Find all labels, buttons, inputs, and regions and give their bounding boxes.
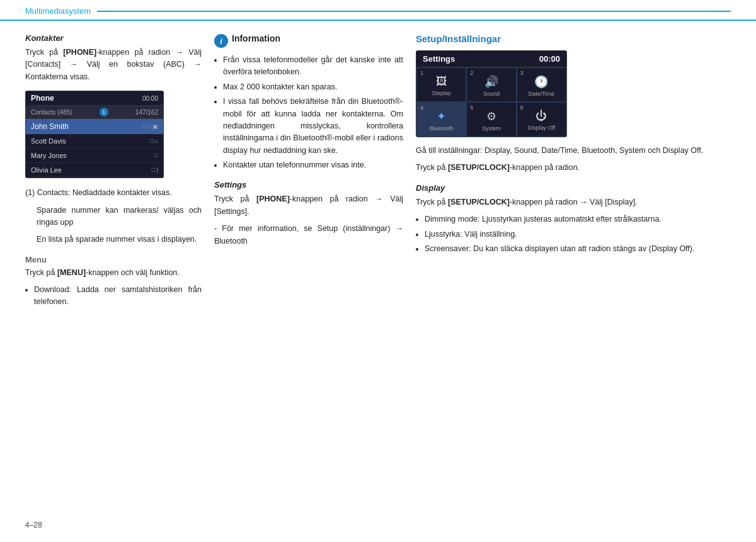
cell-label-4: Bluetooth xyxy=(430,125,454,132)
menu-heading: Menu xyxy=(25,255,202,264)
cell-label-1: Display xyxy=(432,90,451,96)
settings-header: Settings 00:00 xyxy=(416,51,566,67)
note1: (1) Contacts: Nedladdade kontakter visas… xyxy=(25,187,202,199)
cell-label-6: Display Off xyxy=(527,125,555,131)
settings-cell-display: 1 🖼 Display xyxy=(416,67,466,102)
displayoff-icon: ⏻ xyxy=(536,110,547,123)
contacts-count: 147/162 xyxy=(135,109,158,116)
note1-sub1: Sparade nummer kan markeras/ väljas och … xyxy=(25,205,202,229)
left-column: Kontakter Tryck på [PHONE]-knappen på ra… xyxy=(25,33,202,313)
kontakter-heading: Kontakter xyxy=(25,33,202,43)
settings-screen-mockup: Settings 00:00 1 🖼 Display 2 🔊 Sound 3 🕐 xyxy=(416,50,567,137)
settings-paragraph: Tryck på [PHONE]-knappen på radion → Väl… xyxy=(214,193,403,218)
page-footer: 4–28 xyxy=(25,521,42,529)
cell-label-3: Date/Time xyxy=(529,91,554,97)
kontakter-paragraph: Tryck på [PHONE]-knappen på radion → Väl… xyxy=(25,47,202,83)
menu-bullets: Download: Ladda ner samtalshistoriken fr… xyxy=(25,284,202,308)
contacts-label: Contacts (485) xyxy=(31,109,72,116)
settings-cell-bluetooth: 4 ✦ Bluetooth xyxy=(416,102,466,137)
middle-column: i Information Från vissa telefonmodeller… xyxy=(214,33,403,313)
phone-screen-mockup: Phone 00:00 Contacts (485) 1 147/162 Joh… xyxy=(25,91,164,178)
header-divider xyxy=(97,11,731,12)
display-bullet-2: Ljusstyrka: Välj inställning. xyxy=(425,229,731,240)
settings-grid: 1 🖼 Display 2 🔊 Sound 3 🕐 Date/Time 4 xyxy=(416,67,566,137)
settings-cell-sound: 2 🔊 Sound xyxy=(466,67,516,102)
right-column: Setup/Inställningar Settings 00:00 1 🖼 D… xyxy=(416,33,731,313)
contact-icons-1: □ ⌂ ▣ xyxy=(142,123,158,130)
settings-cell-displayoff: 6 ⏻ Display Off xyxy=(517,102,566,137)
system-icon: ⚙ xyxy=(486,110,496,123)
display-heading: Display xyxy=(416,183,731,193)
display-icon: 🖼 xyxy=(436,75,447,88)
datetime-icon: 🕐 xyxy=(534,75,548,89)
contact-icons-2: □ ⌂ xyxy=(150,138,158,144)
phone-contacts-bar: Contacts (485) 1 147/162 xyxy=(26,106,163,119)
settings-note: - För mer information, se Setup (inställ… xyxy=(214,223,403,247)
cell-number-4: 4 xyxy=(420,104,423,111)
info-bullet-4: Kontakter utan telefonnummer visas inte. xyxy=(223,159,403,171)
cell-number-5: 5 xyxy=(470,104,473,111)
info-bullet-3: I vissa fall behövs bekräftelse från din… xyxy=(223,96,403,157)
contact-icons-4: □ | xyxy=(152,167,158,173)
note1-sub2: En lista på sparade nummer visas i displ… xyxy=(25,234,202,246)
settings-heading: Settings xyxy=(214,180,403,189)
page-number: 4–28 xyxy=(25,521,42,529)
display-bullet-1: Dimming mode: Ljusstyrkan justeras autom… xyxy=(425,213,731,225)
info-bullet-2: Max 2 000 kontakter kan sparas. xyxy=(223,81,403,93)
contact-name-4: Olivia Lee xyxy=(31,166,62,174)
cell-number-6: 6 xyxy=(520,104,524,111)
note1-number: (1) xyxy=(25,188,35,197)
bluetooth-icon: ✦ xyxy=(437,110,446,123)
menu-bullet-1: Download: Ladda ner samtalshistoriken fr… xyxy=(34,284,202,308)
menu-paragraph: Tryck på [MENU]-knappen och välj funktio… xyxy=(25,267,202,279)
contact-row-3: Mary Jones □ xyxy=(26,149,163,163)
info-icon: i xyxy=(214,34,228,48)
info-heading: Information xyxy=(232,33,280,43)
settings-cell-datetime: 3 🕐 Date/Time xyxy=(517,67,566,102)
phone-header: Phone 00:00 xyxy=(26,91,163,106)
cell-number-1: 1 xyxy=(420,70,423,76)
page-header: Multimediasystem xyxy=(0,0,756,21)
settings-cell-system: 5 ⚙ System xyxy=(466,102,516,137)
setup-desc2: Tryck på [SETUP/CLOCK]-knappen på radion… xyxy=(416,162,731,174)
settings-time: 00:00 xyxy=(539,54,560,64)
cell-number-3: 3 xyxy=(520,70,524,76)
contact-name-3: Mary Jones xyxy=(31,152,67,159)
settings-title: Settings xyxy=(423,54,455,64)
cell-number-2: 2 xyxy=(470,70,473,76)
info-bullets: Från vissa telefonmodeller går det kansk… xyxy=(214,54,403,171)
main-content: Kontakter Tryck på [PHONE]-knappen på ra… xyxy=(0,33,756,313)
contact-row-4: Olivia Lee □ | xyxy=(26,163,163,178)
sound-icon: 🔊 xyxy=(484,75,498,89)
contact-row-2: Scott Davis □ ⌂ xyxy=(26,134,163,149)
contacts-badge: 1 xyxy=(100,108,108,116)
header-title: Multimediasystem xyxy=(25,6,91,16)
contact-row-selected: John Smith □ ⌂ ▣ xyxy=(26,119,163,134)
phone-time: 00:00 xyxy=(142,95,158,102)
setup-desc1: Gå till inställningar: Display, Sound, D… xyxy=(416,145,731,157)
phone-title: Phone xyxy=(31,94,54,103)
setup-heading: Setup/Inställningar xyxy=(416,33,731,44)
info-bullet-1: Från vissa telefonmodeller går det kansk… xyxy=(223,54,403,79)
contact-name-1: John Smith xyxy=(31,122,69,131)
display-bullet-3: Screensaver: Du kan släcka displayen uta… xyxy=(425,243,731,255)
contact-icons-3: □ xyxy=(155,152,158,159)
cell-label-5: System xyxy=(482,125,501,132)
cell-label-2: Sound xyxy=(483,91,500,97)
display-bullets: Dimming mode: Ljusstyrkan justeras autom… xyxy=(416,213,731,255)
info-box: i Information xyxy=(214,33,403,48)
contact-name-2: Scott Davis xyxy=(31,137,66,145)
display-paragraph: Tryck på [SETUP/CLOCK]-knappen på radion… xyxy=(416,196,731,208)
